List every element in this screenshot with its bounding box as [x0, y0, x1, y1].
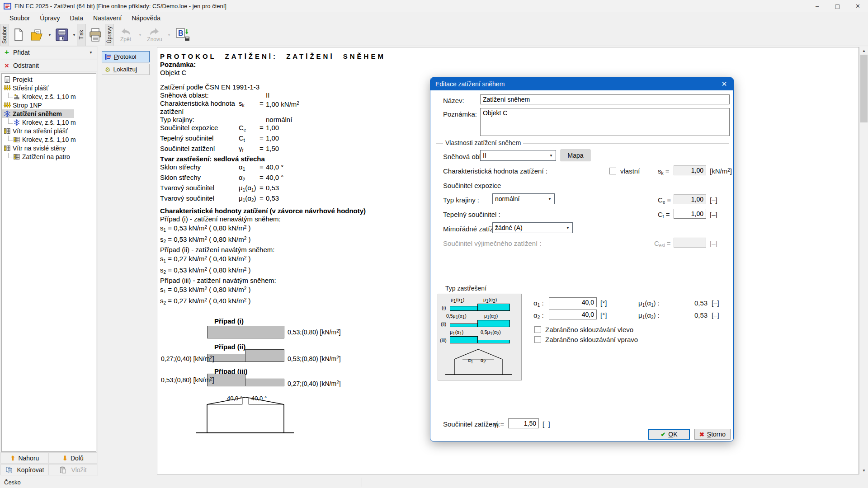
- mu-a2-label: μ1(α2): [484, 313, 498, 320]
- roof-cases-preview: μ1(α1) μ1(α2) (i) 0,5μ1(α1) μ1(α2) (ii) …: [438, 294, 522, 380]
- ce-unit: [–]: [710, 196, 717, 204]
- cesl-symbol: Cesl =: [654, 239, 671, 248]
- tree-item-vitr-stresni[interactable]: Vítr na střešní plášť: [2, 127, 96, 135]
- export-button[interactable]: B: [172, 24, 193, 46]
- menu-soubor[interactable]: Soubor: [5, 13, 35, 23]
- add-dropdown-arrow[interactable]: ▼: [89, 51, 93, 55]
- group-properties: Vlastnosti zatížení sněhem: [436, 143, 729, 144]
- note-label: Poznámka:: [443, 110, 477, 118]
- note-label: Poznámka:: [160, 61, 859, 69]
- tree-item-projekt[interactable]: Projekt: [2, 75, 96, 84]
- menu-upravy[interactable]: Úpravy: [35, 13, 65, 23]
- menu-data[interactable]: Data: [65, 13, 89, 23]
- dialog-title-bar[interactable]: Editace zatížení sněhem ✕: [430, 78, 733, 90]
- status-separator: [362, 478, 362, 487]
- alpha1-input[interactable]: [549, 297, 597, 307]
- name-input[interactable]: [480, 94, 730, 104]
- tree-item-vitr-svisle[interactable]: Vítr na svislé stěny: [2, 144, 96, 152]
- toolbar-tab-soubor[interactable]: Soubor: [0, 24, 9, 46]
- toolbar-tab-upravy[interactable]: Úpravy: [105, 24, 114, 46]
- toolbar-tab-tisk[interactable]: Tisk: [77, 24, 86, 46]
- undo-button[interactable]: Zpět: [114, 24, 137, 46]
- remove-button[interactable]: ✕ Odstranit: [0, 60, 97, 71]
- alpha1-house-label: α1: [468, 357, 473, 364]
- maximize-button[interactable]: ▢: [827, 0, 848, 12]
- sk-unit: [kN/m2]: [710, 167, 732, 175]
- mu2-value: 0,53: [694, 311, 708, 319]
- redo-dropdown-arrow[interactable]: ▼: [166, 24, 172, 46]
- mu-a1-label: μ1(α1): [451, 297, 464, 304]
- check-icon: ✔: [660, 431, 665, 438]
- note-textarea[interactable]: Objekt C: [480, 108, 730, 136]
- gamma-label: Součinitel zatížení:: [443, 420, 500, 428]
- add-button[interactable]: + Přidat ▼: [0, 47, 97, 58]
- tree-item-stresni-plast[interactable]: Střešní plášť: [2, 84, 96, 92]
- ok-button[interactable]: ✔ OK: [648, 429, 690, 440]
- tree-item-zatizeni-snehem[interactable]: Zatížení sněhem: [2, 109, 74, 118]
- wind-icon: [13, 153, 20, 160]
- open-file-button[interactable]: [28, 24, 47, 46]
- tree-item-krokev-1[interactable]: Krokev, z.š. 1,10 m: [2, 92, 96, 101]
- menu-nastaveni[interactable]: Nastavení: [88, 13, 127, 23]
- name-label: Název:: [443, 97, 464, 104]
- alpha2-input[interactable]: [549, 310, 597, 319]
- plus-icon: +: [0, 48, 13, 57]
- move-up-button[interactable]: ⬆ Nahoru: [0, 452, 49, 464]
- chevron-down-icon: ▼: [549, 154, 553, 158]
- save-icon: [55, 28, 69, 42]
- print-button[interactable]: [86, 24, 105, 46]
- copy-button[interactable]: Kopírovat: [0, 464, 49, 475]
- case-iii-label: (iii): [440, 338, 447, 343]
- open-dropdown-arrow[interactable]: ▼: [47, 24, 52, 46]
- custom-value-checkbox[interactable]: [609, 168, 616, 174]
- redo-button[interactable]: Znovu: [143, 24, 166, 46]
- tree-connector: [8, 136, 13, 141]
- terrain-select[interactable]: normální ▼: [492, 193, 555, 204]
- cesl-input: [674, 238, 706, 248]
- gear-icon: ⚙: [105, 66, 111, 73]
- char-value-label: Charakteristická hodnota zatížení :: [443, 167, 547, 175]
- title-bar: FIN EC 2025 - Zatížení (64 bit) [Fine on…: [0, 0, 868, 12]
- tree-connector: [8, 93, 13, 98]
- undo-dropdown-arrow[interactable]: ▼: [137, 24, 143, 46]
- scroll-down-arrow[interactable]: ▼: [860, 467, 868, 474]
- prevent-sliding-left-checkbox[interactable]: [534, 326, 541, 333]
- edit-snow-load-dialog: Editace zatížení sněhem ✕ Název: Poznámk…: [430, 77, 734, 441]
- case-i-label: (i): [442, 305, 446, 310]
- dialog-close-button[interactable]: ✕: [717, 79, 731, 89]
- mu1-unit: [–]: [712, 299, 719, 307]
- cancel-button[interactable]: ✖ Storno: [694, 429, 731, 440]
- paste-icon: [59, 466, 66, 474]
- tree-item-krokev-2[interactable]: Krokev, z.š. 1,10 m: [2, 118, 96, 127]
- close-button[interactable]: ✕: [848, 0, 868, 12]
- tree-item-krokev-3[interactable]: Krokev, z.š. 1,10 m: [2, 135, 96, 144]
- gamma-input[interactable]: [508, 418, 539, 428]
- new-file-button[interactable]: [9, 24, 28, 46]
- copy-icon: [5, 466, 13, 474]
- accidental-select[interactable]: žádné (A) ▼: [492, 222, 573, 233]
- lokalizuj-button[interactable]: ⚙ Lokalizuj: [102, 64, 150, 75]
- scroll-up-arrow[interactable]: ▲: [860, 47, 868, 55]
- paste-button[interactable]: Vložit: [49, 464, 97, 475]
- group-roof-type: Typ zastřešení: [436, 289, 729, 289]
- protokol-button[interactable]: Protokol: [102, 51, 150, 62]
- move-down-button[interactable]: ⬇ Dolů: [49, 452, 97, 464]
- ct-input[interactable]: [674, 209, 706, 219]
- menu-napoveda[interactable]: Nápověda: [127, 13, 165, 23]
- vertical-scrollbar[interactable]: ▲ ▼: [859, 47, 868, 474]
- gamma-unit: [–]: [542, 420, 550, 428]
- map-button[interactable]: Mapa: [561, 150, 590, 161]
- tree-item-strop-1np[interactable]: Strop 1NP: [2, 101, 96, 109]
- prevent-sliding-right-checkbox[interactable]: [534, 336, 541, 343]
- save-dropdown-arrow[interactable]: ▼: [71, 24, 77, 46]
- snow-region-select[interactable]: II ▼: [480, 150, 556, 161]
- wind-icon: [4, 145, 11, 152]
- mu1-label: μ1(α1) :: [638, 299, 660, 308]
- load-arrows-icon: [4, 102, 11, 109]
- new-file-icon: [13, 28, 24, 42]
- save-button[interactable]: [52, 24, 71, 46]
- tree-item-zatizeni-patro[interactable]: Zatížení na patro: [2, 152, 96, 161]
- scrollbar-thumb[interactable]: [860, 55, 868, 122]
- chevron-down-icon: ▼: [566, 226, 570, 230]
- minimize-button[interactable]: –: [807, 0, 827, 12]
